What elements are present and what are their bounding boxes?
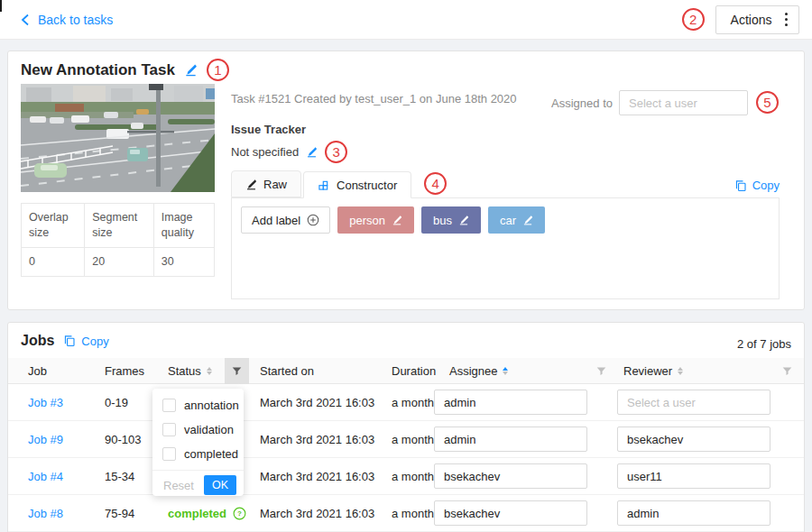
- filter-option-annotation[interactable]: annotation: [152, 393, 244, 417]
- copy-jobs-label: Copy: [81, 335, 108, 348]
- edit-label-person-icon[interactable]: [392, 215, 402, 225]
- job-row-9: Job #9 90-103 March 3rd 2021 16:03 a mon…: [8, 421, 804, 458]
- pencil-icon: [245, 179, 257, 190]
- label-chip-person-name: person: [349, 214, 385, 227]
- jobs-table-header: Job Frames Status Started on Duration As…: [8, 358, 804, 384]
- job-8-link[interactable]: Job #8: [28, 507, 63, 520]
- add-label-label: Add label: [252, 214, 300, 227]
- copy-icon: [734, 179, 747, 192]
- column-header-job[interactable]: Job: [28, 358, 47, 384]
- screen-artifact: [0, 0, 2, 12]
- job-3-assignee-input[interactable]: [434, 390, 587, 415]
- job-4-reviewer-input[interactable]: [617, 463, 770, 489]
- job-4-duration: a month: [392, 458, 434, 495]
- jobs-header: Jobs Copy: [21, 333, 109, 349]
- param-value-quality: 30: [153, 247, 214, 276]
- cvat-task-page: Back to tasks 2 Actions New Annotation T…: [0, 0, 812, 532]
- job-4-link[interactable]: Job #4: [28, 470, 63, 483]
- assignee-sorter-icon[interactable]: [503, 367, 508, 375]
- label-chip-car-name: car: [500, 214, 516, 227]
- job-8-frames: 75-94: [105, 495, 134, 532]
- annotation-marker-4: 4: [424, 172, 447, 195]
- job-row-8: Job #8 75-94 completed ? March 3rd 2021 …: [8, 495, 804, 532]
- edit-task-title-icon[interactable]: [184, 63, 198, 77]
- kebab-menu-icon: [785, 13, 789, 27]
- job-8-assignee-input[interactable]: [434, 500, 587, 526]
- column-header-status[interactable]: Status: [168, 358, 212, 384]
- job-3-started: March 3rd 2021 16:03: [260, 384, 374, 421]
- parameters-value-row: 0 20 30: [22, 247, 215, 276]
- plus-circle-icon: [307, 214, 319, 226]
- filter-dropdown-footer: Reset OK: [152, 470, 244, 500]
- copy-jobs-link[interactable]: Copy: [63, 335, 108, 348]
- job-4-started: March 3rd 2021 16:03: [260, 458, 374, 495]
- column-header-started-on[interactable]: Started on: [260, 358, 314, 384]
- tab-raw-label: Raw: [263, 178, 287, 191]
- back-to-tasks-link[interactable]: Back to tasks: [20, 13, 113, 27]
- task-title: New Annotation Task: [21, 61, 175, 79]
- column-header-frames[interactable]: Frames: [105, 358, 144, 384]
- actions-button[interactable]: Actions: [715, 5, 799, 34]
- topbar: Back to tasks 2 Actions: [0, 0, 812, 40]
- job-3-link[interactable]: Job #3: [28, 396, 63, 409]
- column-header-reviewer[interactable]: Reviewer: [623, 358, 683, 384]
- job-9-assignee-input[interactable]: [434, 427, 587, 452]
- copy-icon: [63, 335, 76, 347]
- filter-ok-button[interactable]: OK: [204, 475, 236, 495]
- question-circle-icon[interactable]: ?: [233, 507, 246, 520]
- tab-raw[interactable]: Raw: [231, 170, 301, 197]
- label-chip-bus[interactable]: bus: [421, 206, 481, 234]
- task-preview-image: [21, 84, 215, 192]
- filter-option-validation[interactable]: validation: [152, 417, 244, 442]
- filter-reset-button[interactable]: Reset: [163, 479, 194, 492]
- assignee-filter-icon[interactable]: [596, 358, 606, 384]
- labels-constructor-panel: Add label person bus car: [231, 198, 780, 299]
- status-sorter-icon[interactable]: [207, 367, 212, 375]
- annotation-marker-5: 5: [756, 91, 779, 114]
- column-header-duration[interactable]: Duration: [392, 358, 436, 384]
- topbar-actions: 2 Actions: [682, 5, 799, 34]
- job-3-reviewer-input[interactable]: [617, 390, 770, 415]
- param-header-overlap: Overlap size: [22, 204, 85, 248]
- job-8-reviewer-input[interactable]: [617, 500, 770, 526]
- filter-option-completed-label: completed: [184, 447, 238, 461]
- job-9-started: March 3rd 2021 16:03: [260, 421, 374, 458]
- validation-checkbox[interactable]: [162, 423, 176, 436]
- copy-labels-label: Copy: [752, 179, 780, 192]
- assigned-to-label: Assigned to: [540, 96, 613, 110]
- add-label-button[interactable]: Add label: [241, 206, 330, 234]
- job-9-duration: a month: [392, 421, 434, 458]
- param-value-overlap: 0: [22, 247, 85, 276]
- filter-option-annotation-label: annotation: [184, 399, 239, 412]
- filter-option-completed[interactable]: completed: [152, 442, 244, 466]
- label-chip-person[interactable]: person: [337, 206, 414, 234]
- issue-tracker-label: Issue Tracker: [231, 123, 306, 136]
- label-chip-car[interactable]: car: [488, 206, 545, 234]
- jobs-card: Jobs Copy 2 of 7 jobs Job Frames Status …: [7, 322, 805, 532]
- edit-issue-tracker-icon[interactable]: [306, 146, 318, 158]
- annotation-marker-2: 2: [682, 8, 705, 31]
- reviewer-filter-icon[interactable]: [782, 358, 792, 384]
- edit-label-bus-icon[interactable]: [458, 215, 469, 225]
- tab-constructor[interactable]: Constructor: [303, 171, 411, 198]
- copy-labels-link[interactable]: Copy: [734, 179, 780, 192]
- actions-button-label: Actions: [731, 13, 772, 27]
- annotation-checkbox[interactable]: [162, 399, 176, 412]
- status-filter-icon[interactable]: [225, 358, 249, 384]
- jobs-title: Jobs: [21, 333, 54, 349]
- job-9-link[interactable]: Job #9: [28, 433, 63, 446]
- completed-checkbox[interactable]: [162, 447, 176, 461]
- label-chip-bus-name: bus: [433, 214, 452, 227]
- parameters-header-row: Overlap size Segment size Image quality: [22, 204, 215, 248]
- edit-label-car-icon[interactable]: [522, 215, 533, 225]
- job-4-assignee-input[interactable]: [434, 463, 587, 489]
- param-value-segment: 20: [85, 247, 154, 276]
- column-header-assignee[interactable]: Assignee: [449, 358, 508, 384]
- reviewer-sorter-icon[interactable]: [678, 367, 683, 375]
- status-filter-dropdown: annotation validation completed Reset OK: [152, 389, 244, 496]
- job-8-started: March 3rd 2021 16:03: [260, 495, 374, 532]
- job-9-reviewer-input[interactable]: [617, 427, 770, 452]
- assigned-to-input[interactable]: [619, 90, 748, 115]
- task-details-card: New Annotation Task 1: [7, 50, 805, 310]
- annotation-marker-1: 1: [207, 59, 229, 81]
